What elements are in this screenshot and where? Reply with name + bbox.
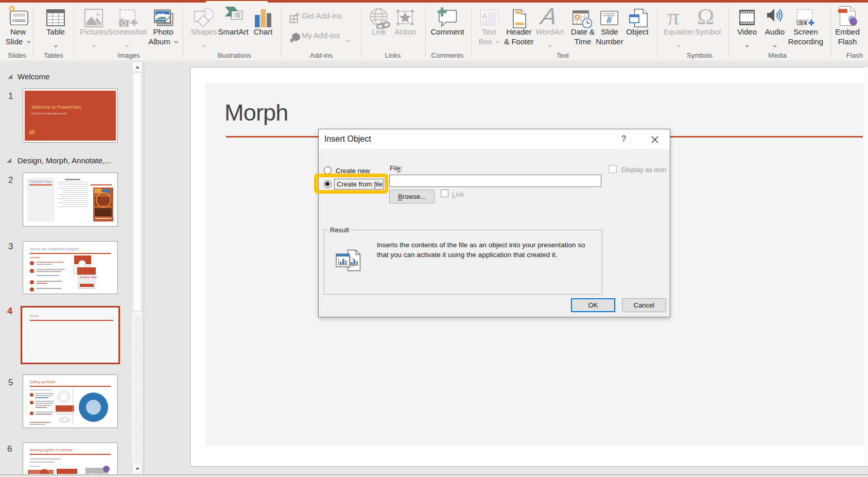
svg-text:#: #: [606, 15, 612, 25]
svg-text:A: A: [482, 12, 488, 20]
